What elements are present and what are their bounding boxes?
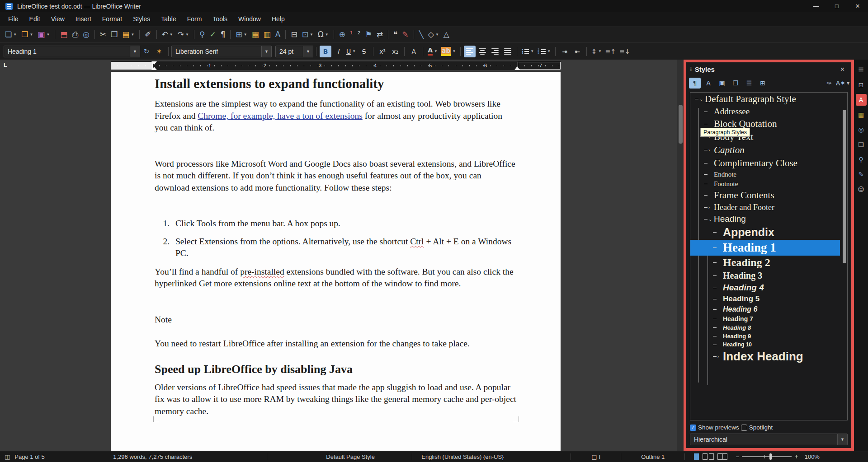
style-item-frame-contents[interactable]: Frame Contents [690, 189, 847, 202]
menu-tools[interactable]: Tools [207, 14, 233, 24]
chevron-down-icon[interactable]: ▼ [13, 33, 17, 37]
menu-styles[interactable]: Styles [127, 14, 156, 24]
style-item-heading-9[interactable]: Heading 9 [690, 332, 847, 341]
menu-table[interactable]: Table [156, 14, 181, 24]
style-item-heading-10[interactable]: Heading 10 [690, 341, 847, 349]
chevron-down-icon[interactable]: ▼ [29, 33, 33, 37]
increase-paragraph-spacing-button[interactable]: ≡↑ [604, 46, 617, 57]
underline-button[interactable]: U▼ [345, 46, 357, 57]
paste-button[interactable]: ▤▼ [120, 28, 136, 40]
insert-line-button[interactable]: ╲ [417, 28, 425, 40]
page-number-status[interactable]: Page 1 of 5 [14, 453, 113, 460]
style-item-appendix[interactable]: Appendix [690, 225, 847, 240]
clear-formatting-button[interactable]: A [408, 46, 420, 57]
close-button[interactable]: ✕ [847, 0, 868, 12]
copy-button[interactable]: ❐ [109, 28, 119, 40]
scrollbar-thumb[interactable] [679, 105, 683, 144]
bold-button[interactable]: B [320, 46, 331, 57]
chevron-down-icon[interactable]: ▼ [352, 49, 356, 53]
insert-text-box-button[interactable]: A [274, 28, 283, 40]
insert-chart-button[interactable]: ▥ [262, 28, 273, 40]
chevron-down-icon[interactable]: ▼ [452, 49, 456, 53]
manage-changes-deck-button[interactable]: ✎ [856, 168, 867, 180]
print-preview-button[interactable]: ◎ [81, 28, 91, 40]
close-panel-icon[interactable]: ✕ [837, 65, 848, 74]
chevron-down-icon[interactable]: ▼ [261, 46, 271, 57]
redo-button[interactable]: ↷▼ [176, 28, 191, 40]
show-previews-checkbox[interactable]: ✓ [690, 425, 696, 431]
minimize-button[interactable]: — [806, 0, 826, 12]
chevron-down-icon[interactable]: ▼ [185, 33, 189, 37]
collapse-icon[interactable]: ⌄ [699, 97, 705, 102]
superscript-button[interactable]: x² [377, 46, 388, 57]
numbered-list-button[interactable]: 123▼ [536, 46, 552, 57]
line-spacing-button[interactable]: ↕▼ [590, 46, 603, 57]
hyperlink-button[interactable]: ⊕ [337, 28, 347, 40]
document-page[interactable]: Install extensions to expand functionali… [111, 72, 561, 451]
navigator-deck-button[interactable]: ◎ [856, 124, 867, 135]
fill-format-mode-button[interactable]: ✑ [823, 78, 835, 89]
save-status-icon[interactable]: ◫ [5, 453, 10, 460]
special-character-button[interactable]: Ω▼ [316, 28, 330, 40]
insert-endnote-button[interactable]: ² [356, 28, 363, 40]
chevron-down-icon[interactable]: ▼ [847, 81, 849, 85]
zoom-slider-thumb[interactable] [769, 453, 772, 460]
zoom-in-icon[interactable]: + [794, 453, 798, 460]
accessibility-check-deck-button[interactable]: ☺ [856, 183, 867, 195]
menu-format[interactable]: Format [97, 14, 127, 24]
chevron-down-icon[interactable]: ▼ [131, 33, 134, 37]
table-styles-button[interactable]: ⊞ [757, 78, 769, 89]
font-color-button[interactable]: A▼ [426, 46, 439, 57]
menu-form[interactable]: Form [182, 14, 208, 24]
zoom-slider-track[interactable] [742, 456, 792, 457]
multi-page-view-button[interactable] [703, 453, 708, 460]
justify-button[interactable] [502, 46, 514, 57]
selection-mode-status[interactable]: □ I [576, 453, 616, 460]
zoom-slider[interactable]: − + [736, 453, 798, 460]
style-item-heading-4[interactable]: Heading 4 [690, 282, 847, 294]
align-left-button[interactable] [464, 46, 476, 57]
zoom-level-status[interactable]: 100% [805, 453, 820, 460]
page-break-button[interactable]: ⊟ [289, 28, 299, 40]
decrease-paragraph-spacing-button[interactable]: ≡↓ [618, 46, 631, 57]
print-button[interactable]: ⎙ [70, 28, 80, 40]
chevron-down-icon[interactable]: ▼ [530, 49, 534, 53]
chevron-down-icon[interactable]: ▼ [598, 49, 602, 53]
save-button[interactable]: ▣▼ [36, 28, 52, 40]
paragraph-style-combo[interactable]: Heading 1 ▼ [4, 46, 140, 57]
basic-shapes-button[interactable]: ◇▼ [426, 28, 441, 40]
subscript-button[interactable]: x₂ [389, 46, 401, 57]
font-name-combo[interactable]: Liberation Serif ▼ [171, 46, 272, 57]
style-actions-button[interactable]: A✶▼ [837, 78, 849, 89]
page-style-status[interactable]: Default Page Style [272, 453, 407, 460]
menu-view[interactable]: View [46, 14, 70, 24]
find-replace-button[interactable]: ⚲ [198, 28, 207, 40]
maximize-button[interactable]: □ [826, 0, 847, 12]
spotlight-checkbox[interactable] [741, 425, 747, 431]
style-item-index-heading[interactable]: ›Index Heading [690, 349, 847, 364]
update-style-button[interactable]: ↻ [141, 46, 152, 57]
language-status[interactable]: English (United States) {en-US} [417, 453, 566, 460]
style-item-default-paragraph-style[interactable]: ⌄Default Paragraph Style [690, 93, 847, 106]
bullet-list-button[interactable]: ▼ [520, 46, 535, 57]
chevron-down-icon[interactable]: ▼ [170, 33, 173, 37]
collapse-icon[interactable]: ⌄ [708, 217, 714, 222]
style-item-heading-8[interactable]: Heading 8 [690, 323, 847, 332]
styles-deck-button[interactable]: A [856, 94, 867, 106]
expand-icon[interactable]: › [708, 148, 714, 153]
style-item-heading-3[interactable]: Heading 3 [690, 270, 847, 282]
decrease-indent-button[interactable]: ⇤ [571, 46, 583, 57]
outline-status[interactable]: Outline 1 [626, 453, 680, 460]
insert-image-button[interactable]: ▦ [250, 28, 261, 40]
chevron-down-icon[interactable]: ▼ [46, 33, 50, 37]
style-item-addressee[interactable]: Addressee [690, 106, 847, 117]
strikethrough-button[interactable]: S [358, 46, 370, 57]
properties-deck-button[interactable]: ⊡ [856, 79, 867, 91]
draw-functions-button[interactable]: △ [442, 28, 451, 40]
clone-formatting-button[interactable]: ✐ [143, 28, 153, 40]
increase-indent-button[interactable]: ⇥ [559, 46, 571, 57]
menu-edit[interactable]: Edit [24, 14, 46, 24]
style-item-header-and-footer[interactable]: ›Header and Footer [690, 202, 847, 213]
frame-styles-button[interactable]: ▣ [716, 78, 728, 89]
doc-hyperlink[interactable]: Chrome, for example, have a ton of exten… [198, 111, 362, 121]
